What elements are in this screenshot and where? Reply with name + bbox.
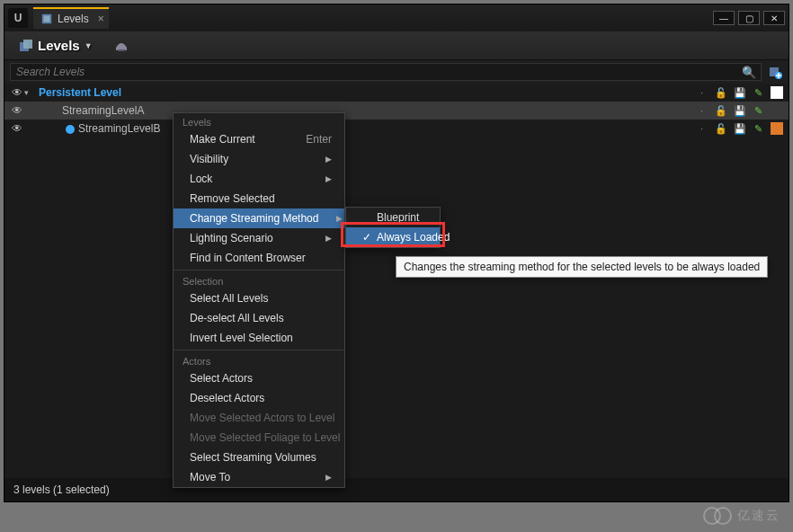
level-name: StreamingLevelA (37, 104, 695, 117)
watermark-logo-icon (714, 507, 732, 525)
submenu-item-label: Blueprint (377, 211, 419, 224)
add-level-button[interactable] (767, 64, 783, 80)
helmet-icon (114, 39, 129, 53)
menu-item-move-foliage-to-level: Move Selected Foliage to Level (174, 428, 344, 448)
menu-item-label: Move Selected Foliage to Level (190, 431, 340, 444)
menu-item-find-in-content-browser[interactable]: Find in Content Browser (174, 248, 344, 268)
visibility-eye-icon[interactable]: 👁 (10, 122, 24, 135)
menu-item-label: Find in Content Browser (190, 252, 306, 264)
visibility-eye-icon[interactable]: 👁 (10, 86, 24, 99)
tab-close-icon[interactable]: × (98, 13, 104, 25)
status-text: 3 levels (1 selected) (13, 483, 110, 496)
kismet-icon[interactable]: ✎ (752, 86, 765, 100)
row-right-icons: · 🔓 💾 ✎ (695, 86, 783, 100)
maximize-button[interactable]: ▢ (738, 11, 760, 25)
menu-item-label: Lighting Scenario (190, 232, 273, 244)
menu-divider (174, 270, 344, 270)
menu-item-label: Make Current (190, 133, 255, 146)
close-button[interactable]: ✕ (763, 11, 785, 25)
menu-item-label: Invert Level Selection (190, 332, 293, 344)
lock-icon[interactable]: 🔓 (714, 122, 727, 136)
search-input[interactable] (11, 66, 737, 78)
menu-item-deselect-actors[interactable]: Deselect Actors (174, 388, 344, 408)
kismet-icon[interactable]: ✎ (752, 104, 765, 118)
chevron-down-icon: ▼ (85, 41, 93, 50)
menu-item-make-current[interactable]: Make Current Enter (174, 129, 344, 149)
streaming-dot-icon (66, 125, 75, 134)
submenu-item-label: Always Loaded (377, 231, 450, 244)
level-row-streaming-a[interactable]: 👁 StreamingLevelA · 🔓 💾 ✎ (4, 102, 789, 120)
tooltip-text: Changes the streaming method for the sel… (404, 261, 760, 273)
submenu-item-always-loaded[interactable]: ✓ Always Loaded (346, 227, 440, 247)
menu-item-label: Select Actors (190, 372, 253, 385)
search-box[interactable]: 🔍 (10, 63, 762, 81)
menu-item-select-streaming-volumes[interactable]: Select Streaming Volumes (174, 448, 344, 467)
menu-item-invert-selection[interactable]: Invert Level Selection (174, 328, 344, 348)
tooltip: Changes the streaming method for the sel… (396, 256, 768, 278)
menu-item-label: Deselect Actors (190, 392, 264, 404)
menu-item-label: Visibility (190, 153, 228, 165)
dirty-dot-icon: · (695, 86, 708, 100)
save-icon[interactable]: 💾 (733, 122, 746, 136)
world-settings-button[interactable] (111, 35, 132, 57)
submenu-arrow-icon: ▶ (325, 473, 332, 482)
menu-item-label: Move Selected Actors to Level (190, 412, 334, 424)
dirty-dot-icon: · (695, 104, 708, 118)
unreal-logo-icon: U (8, 8, 28, 28)
minimize-button[interactable]: — (713, 11, 735, 25)
menu-item-remove-selected[interactable]: Remove Selected (174, 189, 344, 208)
lock-icon[interactable]: 🔓 (714, 86, 727, 100)
menu-item-change-streaming-method[interactable]: Change Streaming Method ▶ (174, 208, 344, 228)
title-bar: U Levels × — ▢ ✕ (4, 4, 789, 31)
levels-dropdown-button[interactable]: Levels ▼ (12, 34, 100, 57)
color-swatch[interactable] (771, 122, 783, 135)
menu-item-lock[interactable]: Lock ▶ (174, 169, 344, 189)
menu-item-lighting-scenario[interactable]: Lighting Scenario ▶ (174, 228, 344, 248)
status-bar: 3 levels (1 selected) (4, 478, 789, 501)
menu-item-deselect-all-levels[interactable]: De-select All Levels (174, 308, 344, 328)
submenu-arrow-icon: ▶ (325, 174, 332, 183)
submenu-arrow-icon: ▶ (325, 234, 332, 243)
menu-item-move-to[interactable]: Move To ▶ (174, 467, 344, 487)
dirty-dot-icon: · (695, 122, 708, 136)
search-icon[interactable]: 🔍 (737, 66, 761, 79)
menu-item-label: Lock (190, 173, 212, 185)
menu-item-select-actors[interactable]: Select Actors (174, 368, 344, 388)
visibility-eye-icon[interactable]: 👁 (10, 104, 24, 117)
color-swatch[interactable] (771, 86, 783, 99)
submenu-item-blueprint[interactable]: Blueprint (346, 208, 440, 227)
save-icon[interactable]: 💾 (733, 86, 746, 100)
save-icon[interactable]: 💾 (733, 104, 746, 118)
menu-item-shortcut: Enter (306, 133, 332, 146)
check-icon: ✓ (362, 231, 371, 244)
menu-item-visibility[interactable]: Visibility ▶ (174, 149, 344, 169)
toolbar: Levels ▼ (4, 31, 789, 60)
submenu-arrow-icon: ▶ (336, 214, 343, 223)
color-swatch[interactable] (771, 104, 783, 117)
level-row-persistent[interactable]: 👁 ▾ Persistent Level · 🔓 💾 ✎ (4, 84, 789, 102)
svg-rect-3 (23, 40, 32, 49)
levels-icon (19, 39, 33, 53)
watermark-text: 亿速云 (737, 508, 780, 524)
levels-tab-icon (40, 13, 53, 25)
lock-icon[interactable]: 🔓 (714, 104, 727, 118)
window-controls: — ▢ ✕ (713, 11, 785, 25)
expand-triangle-icon[interactable]: ▾ (24, 88, 37, 97)
context-section-actors: Actors (174, 352, 344, 368)
context-section-levels: Levels (174, 113, 344, 129)
menu-item-label: Remove Selected (190, 192, 275, 205)
menu-item-label: Change Streaming Method (190, 212, 318, 225)
levels-window: U Levels × — ▢ ✕ Levels ▼ 🔍 (4, 4, 789, 502)
streaming-method-submenu: Blueprint ✓ Always Loaded (345, 207, 441, 248)
menu-item-label: De-select All Levels (190, 312, 284, 324)
watermark: 亿速云 (703, 507, 780, 525)
menu-item-label: Select Streaming Volumes (190, 451, 316, 464)
menu-item-select-all-levels[interactable]: Select All Levels (174, 288, 344, 308)
window-tab-label: Levels (58, 13, 89, 25)
row-right-icons: · 🔓 💾 ✎ (695, 122, 783, 136)
kismet-icon[interactable]: ✎ (752, 122, 765, 136)
level-row-streaming-b[interactable]: 👁 StreamingLevelB · 🔓 💾 ✎ (4, 120, 789, 137)
window-tab-levels[interactable]: Levels × (33, 7, 109, 29)
level-context-menu: Levels Make Current Enter Visibility ▶ L… (173, 112, 345, 488)
submenu-arrow-icon: ▶ (325, 155, 332, 164)
